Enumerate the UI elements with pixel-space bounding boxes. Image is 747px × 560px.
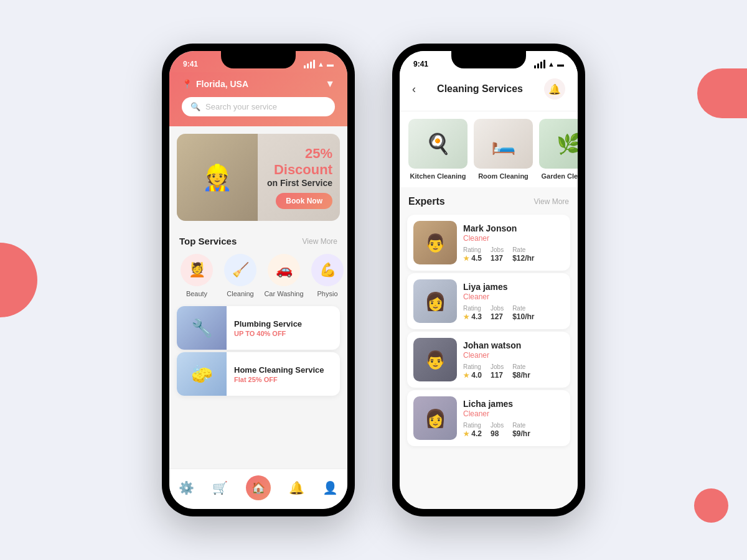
expert-stats: Rating ★ 4.5 Jobs 137 Rate $12/hr <box>463 246 564 263</box>
service-item-physio[interactable]: 💪 Physio <box>308 254 347 297</box>
expert-card[interactable]: 👨 Johan watson Cleaner Rating ★ 4.0 Jobs… <box>407 332 570 388</box>
service-card-info: Home Cleaning Service Flat 25% OFF <box>227 359 332 390</box>
services-row: 💆 Beauty 🧹 Cleaning 🚗 Car Washing 💪 Phys… <box>169 250 347 304</box>
banner-subtext: on First Service <box>265 178 332 188</box>
filter-icon: ▼ <box>325 78 335 90</box>
wifi-icon-1: ▲ <box>317 60 324 68</box>
phone1-body: 👷 25% Discount on First Service Book Now… <box>169 126 347 469</box>
top-services-title: Top Services <box>179 236 237 246</box>
status-time-2: 9:41 <box>413 60 428 68</box>
expert-name: Liya james <box>463 282 564 292</box>
bottom-nav: ⚙️ 🛒 🏠 🔔 👤 <box>169 469 347 509</box>
nav-home-icon: 🏠 <box>246 475 271 500</box>
search-bar[interactable]: 🔍 Search your service <box>182 97 335 116</box>
nav-settings[interactable]: ⚙️ <box>179 480 194 495</box>
experts-view-more[interactable]: View More <box>534 197 569 206</box>
category-card[interactable]: 🛏️ Room Cleaning <box>474 119 533 180</box>
expert-role: Cleaner <box>463 234 564 243</box>
battery-icon-2: ▬ <box>557 60 564 68</box>
location-pin-icon: 📍 <box>182 79 192 89</box>
service-card-title: Home Cleaning Service <box>234 365 324 375</box>
service-cards-container: 🔧 Plumbing Service UP TO 40% OFF 🧽 Home … <box>169 306 347 396</box>
service-item-car-washing[interactable]: 🚗 Car Washing <box>264 254 304 297</box>
service-icon: 💪 <box>311 254 344 286</box>
page-title: Cleaning Services <box>437 83 523 95</box>
status-icons-2: ▲ ▬ <box>534 60 564 68</box>
location-bar: 📍 Florida, USA ▼ <box>182 75 335 93</box>
service-icon: 🚗 <box>268 254 300 286</box>
notch1 <box>221 51 296 68</box>
stat-rate: Rate $9/hr <box>512 422 530 438</box>
service-label: Physio <box>317 290 337 297</box>
wifi-icon-2: ▲ <box>548 60 555 68</box>
stat-rate: Rate $12/hr <box>512 246 534 263</box>
expert-info: Liya james Cleaner Rating ★ 4.3 Jobs 127… <box>463 282 564 321</box>
category-label: Kitchen Cleaning <box>410 172 466 180</box>
phone1-header: 📍 Florida, USA ▼ 🔍 Search your service <box>169 72 347 126</box>
service-label: Cleaning <box>227 290 253 297</box>
notch2 <box>451 51 526 68</box>
experts-container: 👨 Mark Jonson Cleaner Rating ★ 4.5 Jobs … <box>400 215 578 446</box>
expert-info: Mark Jonson Cleaner Rating ★ 4.5 Jobs 13… <box>463 223 564 263</box>
top-services-header: Top Services View More <box>169 228 347 250</box>
categories-row: 🍳 Kitchen Cleaning 🛏️ Room Cleaning 🌿 Ga… <box>400 111 578 187</box>
phone2-body: 🍳 Kitchen Cleaning 🛏️ Room Cleaning 🌿 Ga… <box>400 111 578 509</box>
banner-worker-img: 👷 <box>177 134 258 221</box>
worker-emoji: 👷 <box>202 163 233 192</box>
status-icons-1: ▲ ▬ <box>304 60 334 68</box>
book-now-button[interactable]: Book Now <box>276 193 332 209</box>
experts-header: Experts View More <box>400 187 578 212</box>
stat-rating: Rating ★ 4.2 <box>463 422 482 438</box>
signal-icon-2 <box>534 60 545 68</box>
nav-home[interactable]: 🏠 <box>246 475 271 500</box>
stat-jobs: Jobs 127 <box>491 305 504 321</box>
nav-orders[interactable]: 🛒 <box>212 480 228 495</box>
expert-info: Johan watson Cleaner Rating ★ 4.0 Jobs 1… <box>463 340 564 380</box>
back-button[interactable]: ‹ <box>412 83 416 96</box>
category-card[interactable]: 🍳 Kitchen Cleaning <box>408 119 467 180</box>
expert-card[interactable]: 👩 Licha james Cleaner Rating ★ 4.2 Jobs … <box>407 390 570 446</box>
expert-card[interactable]: 👩 Liya james Cleaner Rating ★ 4.3 Jobs 1… <box>407 273 570 329</box>
expert-avatar: 👨 <box>413 338 457 381</box>
category-img: 🍳 <box>408 119 467 169</box>
signal-icon-1 <box>304 60 315 68</box>
top-services-view-more[interactable]: View More <box>303 237 337 246</box>
category-card[interactable]: 🌿 Garden Cleaning <box>539 119 578 180</box>
service-card-img: 🧽 <box>177 352 227 396</box>
expert-avatar: 👩 <box>413 279 457 323</box>
stat-rating: Rating ★ 4.5 <box>463 246 482 263</box>
service-item-cleaning[interactable]: 🧹 Cleaning <box>220 254 260 297</box>
service-card[interactable]: 🧽 Home Cleaning Service Flat 25% OFF <box>177 352 340 396</box>
service-icon: 🧹 <box>224 254 256 286</box>
category-label: Garden Cleaning <box>541 172 578 180</box>
blob-bottom-right <box>694 488 728 523</box>
location-text: Florida, USA <box>196 79 248 89</box>
stat-rate: Rate $8/hr <box>512 363 530 380</box>
service-label: Beauty <box>186 290 207 297</box>
expert-info: Licha james Cleaner Rating ★ 4.2 Jobs 98… <box>463 399 564 438</box>
expert-avatar: 👨 <box>413 221 457 264</box>
phone1: 9:41 ▲ ▬ 📍 Florida, USA ▼ <box>162 44 355 516</box>
stat-jobs: Jobs 98 <box>491 422 504 438</box>
service-item-beauty[interactable]: 💆 Beauty <box>177 254 217 297</box>
stat-rating: Rating ★ 4.0 <box>463 363 482 380</box>
service-label: Car Washing <box>264 290 303 297</box>
bell-button[interactable]: 🔔 <box>544 78 565 100</box>
phone2-header: ‹ Cleaning Services 🔔 <box>400 72 578 111</box>
promo-banner: 👷 25% Discount on First Service Book Now <box>177 134 340 221</box>
service-card-offer: Flat 25% OFF <box>234 376 324 383</box>
status-time-1: 9:41 <box>183 60 198 68</box>
expert-card[interactable]: 👨 Mark Jonson Cleaner Rating ★ 4.5 Jobs … <box>407 215 570 271</box>
nav-notifications[interactable]: 🔔 <box>289 480 304 495</box>
blob-top-right <box>697 68 747 118</box>
nav-profile[interactable]: 👤 <box>322 480 338 495</box>
expert-stats: Rating ★ 4.2 Jobs 98 Rate $9/hr <box>463 422 564 438</box>
stat-jobs: Jobs 137 <box>491 246 504 263</box>
expert-role: Cleaner <box>463 292 564 301</box>
service-card-info: Plumbing Service UP TO 40% OFF <box>227 313 309 343</box>
stat-rating: Rating ★ 4.3 <box>463 305 482 321</box>
search-icon: 🔍 <box>190 102 200 111</box>
phone2: 9:41 ▲ ▬ ‹ Cleaning Services 🔔 <box>392 44 585 516</box>
expert-name: Mark Jonson <box>463 223 564 233</box>
service-card[interactable]: 🔧 Plumbing Service UP TO 40% OFF <box>177 306 340 350</box>
